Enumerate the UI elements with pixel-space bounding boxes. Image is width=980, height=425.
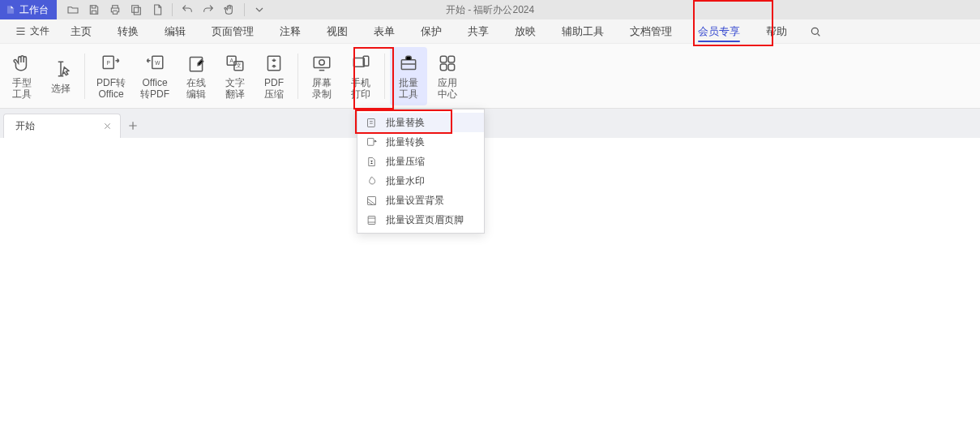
menu-convert[interactable]: 转换 <box>106 19 150 44</box>
dd-label: 批量设置背景 <box>386 194 444 208</box>
menu-home[interactable]: 主页 <box>59 19 103 44</box>
ribbon-app-center[interactable]: 应用 中心 <box>429 47 466 105</box>
convert-icon: P <box>101 53 122 74</box>
menu-edit[interactable]: 编辑 <box>153 19 197 44</box>
menu-label: 编辑 <box>165 25 186 37</box>
svg-text:P: P <box>107 60 110 66</box>
svg-text:W: W <box>155 60 160 66</box>
file-menu[interactable]: 文件 <box>8 21 56 42</box>
svg-rect-10 <box>267 56 280 70</box>
ribbon-hand-tool[interactable]: 手型 工具 <box>3 47 41 105</box>
ribbon-label: Office 转PDF <box>140 77 169 100</box>
convert-icon <box>366 136 378 148</box>
undo-icon <box>181 3 194 16</box>
save-icon <box>88 3 101 16</box>
convert-icon: W <box>144 53 165 74</box>
ribbon-pdf-to-office[interactable]: P PDF转 Office <box>90 47 132 105</box>
ribbon-label: 屏幕 录制 <box>312 77 332 100</box>
svg-rect-17 <box>448 56 455 62</box>
save-button[interactable] <box>84 1 104 19</box>
folder-open-icon <box>66 3 79 16</box>
undo-button[interactable] <box>178 1 197 19</box>
dd-label: 批量设置页眉页脚 <box>386 213 464 227</box>
menu-help[interactable]: 帮助 <box>755 19 798 44</box>
hand-icon <box>11 53 32 74</box>
menu-present[interactable]: 放映 <box>503 19 547 44</box>
hand-button[interactable] <box>220 1 239 19</box>
dd-batch-header-footer[interactable]: 批量设置页眉页脚 <box>357 210 484 230</box>
ribbon-translate[interactable]: A文 文字 翻译 <box>216 47 254 105</box>
compress-icon <box>366 156 378 168</box>
open-button[interactable] <box>63 1 83 19</box>
title-bar: 工作台 开始 - 福昕办公2024 <box>0 0 980 19</box>
ribbon-mobile-print[interactable]: 手机 打印 <box>342 47 379 105</box>
ribbon-label: 在线 编辑 <box>186 77 206 100</box>
cloud-edit-icon <box>186 53 207 74</box>
file-menu-label: 文件 <box>30 24 49 38</box>
ribbon-online-edit[interactable]: 在线 编辑 <box>178 47 215 105</box>
dd-batch-compress[interactable]: 批量压缩 <box>357 152 484 171</box>
document-tab[interactable]: 开始 <box>3 114 121 138</box>
new-tab-button[interactable] <box>121 114 145 138</box>
record-icon <box>311 53 332 74</box>
menu-view[interactable]: 视图 <box>315 19 359 44</box>
save-copy-icon <box>130 3 143 16</box>
qat-separator <box>244 3 245 16</box>
dd-label: 批量水印 <box>386 174 425 188</box>
ribbon-screen-record[interactable]: 屏幕 录制 <box>303 47 340 105</box>
menu-page[interactable]: 页面管理 <box>200 19 265 44</box>
ribbon-select[interactable]: 选择 <box>42 47 79 105</box>
qat-customize-button[interactable] <box>250 1 269 19</box>
menu-label: 视图 <box>327 25 348 37</box>
dd-batch-replace[interactable]: 批量替换 <box>357 113 484 132</box>
svg-rect-18 <box>440 64 447 71</box>
menu-docmgmt[interactable]: 文档管理 <box>618 19 683 44</box>
ribbon-label: PDF 压缩 <box>264 77 284 100</box>
menu-label: 帮助 <box>766 25 787 37</box>
menu-label: 会员专享 <box>698 25 740 37</box>
svg-rect-11 <box>314 57 330 67</box>
ribbon: 手型 工具 选择 P PDF转 Office W Office 转PDF 在线 … <box>0 44 980 109</box>
dd-batch-background[interactable]: 批量设置背景 <box>357 191 484 210</box>
app-logo-icon <box>5 4 16 15</box>
workspace-button[interactable]: 工作台 <box>0 0 57 19</box>
compress-icon <box>263 53 285 74</box>
header-footer-icon <box>366 214 378 226</box>
document-tab-bar: 开始 <box>0 109 980 138</box>
quick-access-toolbar <box>63 1 269 19</box>
menu-label: 转换 <box>118 25 139 37</box>
dd-batch-convert[interactable]: 批量转换 <box>357 132 484 152</box>
menu-label: 辅助工具 <box>562 25 604 37</box>
print-button[interactable] <box>105 1 125 19</box>
plus-icon <box>127 120 139 131</box>
close-tab-button[interactable] <box>101 120 113 133</box>
ribbon-label: 手机 打印 <box>351 77 370 100</box>
menu-search-button[interactable] <box>807 23 824 41</box>
hand-icon <box>223 3 236 16</box>
svg-rect-13 <box>353 58 364 67</box>
menu-share[interactable]: 共享 <box>456 19 500 44</box>
redo-button[interactable] <box>199 1 218 19</box>
svg-rect-23 <box>368 216 375 224</box>
cursor-text-icon <box>50 58 71 79</box>
ribbon-compress[interactable]: PDF 压缩 <box>255 47 293 105</box>
toolbox-icon <box>398 53 419 74</box>
menu-annotate[interactable]: 注释 <box>268 19 312 44</box>
menu-label: 保护 <box>421 25 442 37</box>
chevron-down-icon <box>253 3 266 16</box>
new-button[interactable] <box>148 1 167 19</box>
menu-form[interactable]: 表单 <box>362 19 406 44</box>
menu-tools[interactable]: 辅助工具 <box>550 19 615 44</box>
menu-protect[interactable]: 保护 <box>409 19 453 44</box>
save-as-button[interactable] <box>126 1 146 19</box>
ribbon-batch-tools[interactable]: 批量 工具 <box>390 47 427 105</box>
menu-label: 表单 <box>374 25 395 37</box>
svg-point-12 <box>319 59 325 65</box>
qat-separator <box>172 3 173 16</box>
translate-icon: A文 <box>225 53 246 74</box>
menu-member[interactable]: 会员专享 <box>687 19 751 44</box>
dd-batch-watermark[interactable]: 批量水印 <box>357 171 484 191</box>
ribbon-separator <box>84 54 85 99</box>
ribbon-office-to-pdf[interactable]: W Office 转PDF <box>134 47 176 105</box>
svg-rect-21 <box>368 138 374 145</box>
